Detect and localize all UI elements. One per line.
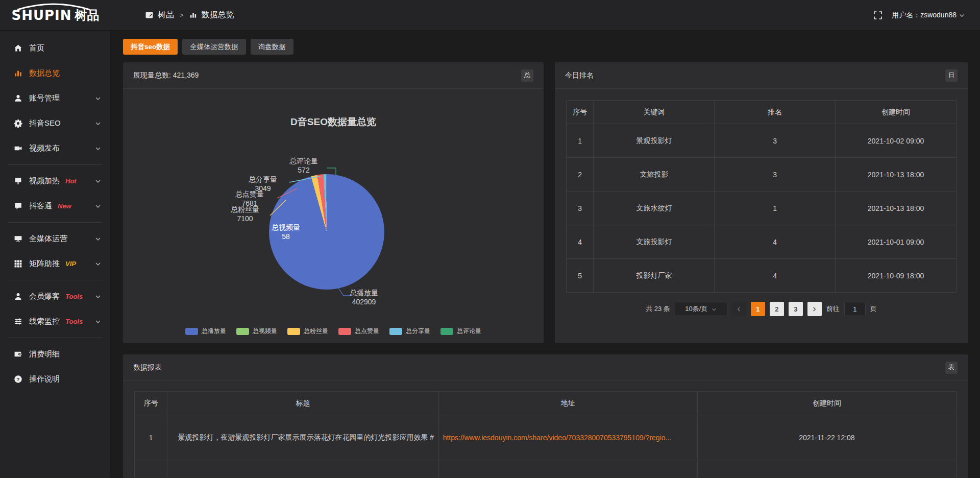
breadcrumb-separator: > xyxy=(180,11,184,19)
pie-callout: 总评论量572 xyxy=(271,156,337,175)
legend-item[interactable]: 总播放量 xyxy=(185,327,226,336)
legend-label: 总点赞量 xyxy=(355,327,379,336)
rank-row: 1景观投影灯32021-10-02 09:00 xyxy=(567,124,957,158)
rank-cell: 2 xyxy=(567,158,594,192)
sidebar-divider xyxy=(8,280,102,280)
tab-douyin-seo-data[interactable]: 抖音seo数据 xyxy=(123,39,178,55)
page-button-3[interactable]: 3 xyxy=(789,302,803,316)
sidebar-item-member-baoke[interactable]: 会员爆客Tools xyxy=(0,284,110,309)
comment-icon xyxy=(14,202,22,210)
legend-item[interactable]: 总视频量 xyxy=(236,327,277,336)
sidebar-item-video-publish[interactable]: 视频发布 xyxy=(0,136,110,161)
sidebar-item-data-overview[interactable]: 数据总览 xyxy=(0,61,110,86)
sidebar-item-video-heat[interactable]: 视频加热Hot xyxy=(0,169,110,194)
legend-swatch xyxy=(185,328,198,335)
panel-badge-day[interactable]: 日 xyxy=(945,69,958,82)
sidebar-item-clue-monitor[interactable]: 线索监控Tools xyxy=(0,309,110,334)
rank-cell: 文旅投影 xyxy=(594,158,715,192)
rank-cell: 4 xyxy=(567,225,594,259)
chevron-down-icon xyxy=(95,203,101,209)
column-header: 标题 xyxy=(167,392,438,415)
bar-chart-icon xyxy=(189,11,197,19)
fullscreen-icon[interactable] xyxy=(873,11,883,20)
page-button-2[interactable]: 2 xyxy=(770,302,784,316)
sidebar-item-home[interactable]: 首页 xyxy=(0,36,110,61)
legend-swatch xyxy=(389,328,402,335)
legend-item[interactable]: 总评论量 xyxy=(440,327,481,336)
chart-legend: 总播放量总视频量总粉丝量总点赞量总分享量总评论量 xyxy=(123,327,544,336)
sidebar-item-label: 首页 xyxy=(29,43,44,53)
report-title-cell: 景观投影灯，夜游景观投影灯厂家展示展示落花灯在花园里的灯光投影应用效果 # xyxy=(167,415,438,460)
column-header: 序号 xyxy=(567,101,594,124)
page-button-1[interactable]: 1 xyxy=(751,302,765,316)
rank-cell: 2021-10-01 09:00 xyxy=(836,225,957,259)
legend-item[interactable]: 总粉丝量 xyxy=(287,327,328,336)
logo-arc-decoration xyxy=(15,3,92,11)
page-size-select[interactable]: 10条/页 xyxy=(675,302,727,316)
rank-cell: 2021-10-09 18:00 xyxy=(836,259,957,293)
wallet-icon xyxy=(14,350,22,358)
legend-item[interactable]: 总分享量 xyxy=(389,327,430,336)
sidebar-item-instructions[interactable]: ?操作说明 xyxy=(0,367,110,392)
sidebar-item-label: 操作说明 xyxy=(29,374,60,384)
question-icon: ? xyxy=(14,375,22,384)
video-link[interactable]: https://www.iesdouyin.com/share/video/70… xyxy=(443,434,672,442)
panel-badge-table[interactable]: 表 xyxy=(945,362,958,374)
sidebar-item-douketong[interactable]: 抖客通New xyxy=(0,194,110,219)
ranking-panel-title: 今日排名 xyxy=(565,71,594,80)
sidebar-item-label: 线索监控 xyxy=(29,317,60,326)
chevron-down-icon xyxy=(95,294,101,300)
prev-page-button[interactable] xyxy=(732,302,746,316)
rank-cell: 4 xyxy=(715,259,836,293)
sidebar-item-label: 矩阵助推 xyxy=(29,259,60,269)
sidebar-item-media-operation[interactable]: 全媒体运营 xyxy=(0,226,110,251)
sidebar-tag-hot: Hot xyxy=(65,177,77,185)
goto-label: 前往 xyxy=(826,304,840,314)
logo[interactable]: SHUPIN 树品 xyxy=(0,0,111,31)
ranking-table: 序号关键词排名创建时间 1景观投影灯32021-10-02 09:002文旅投影… xyxy=(566,100,957,293)
next-page-button[interactable] xyxy=(807,302,822,316)
tab-inquiry-data[interactable]: 询盘数据 xyxy=(251,39,293,55)
app-window-icon xyxy=(145,11,153,19)
chevron-down-icon xyxy=(95,178,101,184)
panel-badge-total[interactable]: 总 xyxy=(521,69,533,82)
report-row-partial xyxy=(135,460,957,478)
legend-item[interactable]: 总点赞量 xyxy=(338,327,379,336)
goto-suffix: 页 xyxy=(870,304,877,314)
chart-title: D音SEO数据量总览 xyxy=(123,115,544,129)
legend-label: 总分享量 xyxy=(406,327,430,336)
chart-icon xyxy=(14,69,22,78)
page-size-value: 10条/页 xyxy=(685,304,707,314)
sidebar-tag-new: New xyxy=(58,202,71,210)
user-menu[interactable]: 用户名：zswodun88 xyxy=(892,11,965,20)
report-link-cell: https://www.iesdouyin.com/share/video/70… xyxy=(438,415,697,460)
sidebar-item-label: 全媒体运营 xyxy=(29,234,67,244)
pie-graphic[interactable] xyxy=(269,174,384,290)
goto-page-input[interactable] xyxy=(844,302,866,316)
tab-media-operation-data[interactable]: 全媒体运营数据 xyxy=(182,39,246,55)
breadcrumb-current[interactable]: 数据总览 xyxy=(202,10,234,20)
report-panel-title: 数据报表 xyxy=(133,363,162,372)
sidebar-item-matrix-boost[interactable]: 矩阵助推VIP xyxy=(0,251,110,276)
sidebar-divider xyxy=(8,222,102,223)
sidebar-item-consumption-detail[interactable]: 消费明细 xyxy=(0,342,110,367)
report-cell xyxy=(697,460,956,478)
rank-cell: 投影灯厂家 xyxy=(594,259,715,293)
rank-row: 4文旅投影灯42021-10-01 09:00 xyxy=(567,225,957,259)
monitor-icon xyxy=(14,234,22,243)
breadcrumb-root[interactable]: 树品 xyxy=(158,10,174,20)
chevron-down-icon xyxy=(95,261,101,267)
rank-cell: 3 xyxy=(567,192,594,225)
report-row: 1景观投影灯，夜游景观投影灯厂家展示展示落花灯在花园里的灯光投影应用效果 #ht… xyxy=(135,415,957,460)
sidebar-tag-tools: Tools xyxy=(65,318,83,325)
legend-swatch xyxy=(440,328,453,335)
rank-row: 3文旅水纹灯12021-10-13 18:00 xyxy=(567,192,957,225)
pie-chart: D音SEO数据量总览 总评论量572总分享量3049总点赞量7681总粉丝量71… xyxy=(123,89,544,343)
sidebar-item-douyin-seo[interactable]: 抖音SEO xyxy=(0,111,110,136)
rank-cell: 2021-10-13 18:00 xyxy=(836,158,957,192)
topbar-right: 用户名：zswodun88 xyxy=(873,11,980,20)
sidebar-item-account-management[interactable]: 账号管理 xyxy=(0,86,110,111)
legend-label: 总播放量 xyxy=(202,327,226,336)
report-index-cell: 1 xyxy=(135,415,167,460)
sidebar: 首页数据总览账号管理抖音SEO视频发布视频加热Hot抖客通New全媒体运营矩阵助… xyxy=(0,31,111,478)
